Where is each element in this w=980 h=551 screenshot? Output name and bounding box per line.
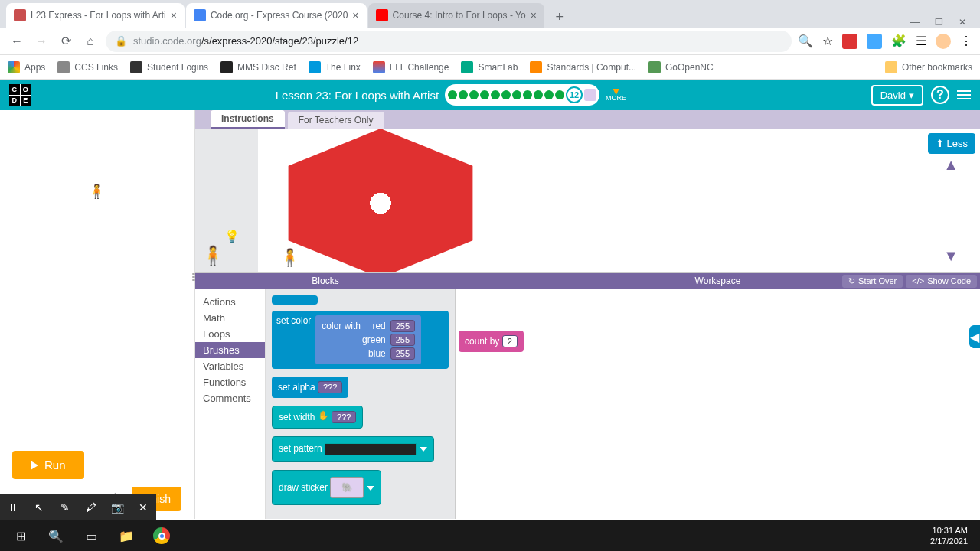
tab-title: Course 4: Intro to For Loops - Yo	[393, 10, 526, 21]
set-color-block[interactable]: set color color with red 255 green 255 b…	[272, 311, 449, 369]
window-maximize[interactable]: ❐	[935, 17, 943, 28]
codeorg-logo[interactable]: CODE	[9, 84, 31, 106]
bookmark-item[interactable]: SmartLab	[461, 61, 518, 73]
menu-icon[interactable]: ⋮	[960, 34, 972, 48]
pencil-icon[interactable]: ✎	[52, 494, 78, 520]
start-over-button[interactable]: ↻ Start Over	[842, 275, 903, 288]
category-actions[interactable]: Actions	[195, 294, 265, 310]
tab-title: Code.org - Express Course (2020	[211, 10, 348, 21]
workspace-header: Workspace ↻ Start Over </> Show Code	[456, 273, 980, 289]
browser-tab[interactable]: Course 4: Intro to For Loops - Yo ×	[368, 3, 544, 28]
camera-icon[interactable]: 📷	[104, 494, 130, 520]
artist-stage: 🧍	[0, 110, 194, 443]
zoom-icon[interactable]: 🔍	[798, 34, 813, 48]
favicon	[376, 9, 388, 21]
bookmark-item[interactable]: FLL Challenge	[373, 61, 449, 73]
other-bookmarks[interactable]: Other bookmarks	[885, 61, 972, 73]
file-explorer-icon[interactable]: 📁	[109, 520, 144, 551]
apps-button[interactable]: Apps	[8, 61, 45, 73]
extensions-icon[interactable]: 🧩	[891, 34, 906, 48]
tab-teachers[interactable]: For Teachers Only	[288, 112, 384, 129]
user-menu[interactable]: David▾	[871, 85, 923, 106]
set-pattern-block[interactable]: set pattern	[272, 436, 434, 462]
category-brushes[interactable]: Brushes	[195, 342, 265, 358]
workspace-canvas[interactable]: count by 2	[456, 289, 980, 519]
scroll-up-icon[interactable]: ▲	[943, 156, 959, 174]
tab-close-icon[interactable]: ×	[352, 9, 358, 21]
bookmark-item[interactable]: Student Logins	[130, 61, 208, 73]
lesson-title: Lesson 23: For Loops with Artist	[276, 89, 439, 102]
lock-icon: 🔒	[115, 35, 127, 47]
run-button[interactable]: Run	[12, 451, 84, 479]
clock-time: 10:31 AM	[930, 525, 968, 536]
hint-bulb-icon[interactable]: 💡	[224, 229, 240, 243]
category-comments[interactable]: Comments	[195, 390, 265, 406]
forward-button[interactable]: →	[32, 32, 51, 51]
task-view-icon[interactable]: ▭	[74, 520, 109, 551]
category-math[interactable]: Math	[195, 310, 265, 326]
url-input[interactable]: 🔒 studio.code.org/s/express-2020/stage/2…	[106, 31, 792, 52]
elephant-icon: 🐘	[330, 477, 364, 498]
extension-icon[interactable]	[842, 34, 858, 49]
video-controls: ⏸ ↖ ✎ 🖍 📷 ✕	[0, 494, 156, 520]
system-tray[interactable]: 10:31 AM 2/17/2021	[930, 525, 977, 546]
reading-list-icon[interactable]: ☰	[916, 34, 926, 48]
blocks-header: Blocks	[195, 273, 456, 289]
draw-sticker-block[interactable]: draw sticker 🐘	[272, 470, 381, 505]
progress-indicator[interactable]: 12	[445, 84, 599, 106]
bookmarks-bar: Apps CCS Links Student Logins MMS Disc R…	[0, 55, 980, 80]
close-icon[interactable]: ✕	[130, 494, 156, 520]
tab-close-icon[interactable]: ×	[171, 9, 177, 21]
url-host: studio.code.org	[133, 35, 201, 47]
favicon	[194, 9, 206, 21]
count-by-block[interactable]: count by 2	[459, 331, 524, 352]
hint-character-icon[interactable]: 🧍	[201, 245, 224, 266]
set-alpha-block[interactable]: set alpha ???	[272, 377, 348, 398]
cursor-icon[interactable]: ↖	[26, 494, 52, 520]
instructions-panel: 🧍 💡 🧍 ⬆ Less ▲ ▼	[195, 129, 980, 273]
extension-icon[interactable]	[867, 34, 882, 49]
more-button[interactable]: ▼MORE	[606, 88, 626, 102]
bookmark-item[interactable]: The Linx	[309, 61, 361, 73]
tab-title: L23 Express - For Loops with Arti	[31, 10, 166, 21]
reload-button[interactable]: ⟳	[57, 32, 75, 51]
profile-avatar[interactable]	[936, 34, 951, 49]
highlighter-icon[interactable]: 🖍	[78, 494, 104, 520]
browser-tab[interactable]: Code.org - Express Course (2020 ×	[186, 3, 367, 28]
star-icon[interactable]: ☆	[822, 34, 833, 48]
start-button[interactable]: ⊞	[3, 520, 38, 551]
less-button[interactable]: ⬆ Less	[928, 133, 975, 154]
window-minimize[interactable]: —	[910, 17, 920, 28]
bookmark-item[interactable]: MMS Disc Ref	[220, 61, 296, 73]
set-width-block[interactable]: set width ✋ ???	[272, 406, 363, 429]
help-button[interactable]: ?	[931, 86, 949, 104]
bookmark-item[interactable]: Standards | Comput...	[530, 61, 636, 73]
target-image	[273, 129, 488, 272]
address-bar: ← → ⟳ ⌂ 🔒 studio.code.org/s/express-2020…	[0, 28, 980, 55]
chrome-icon[interactable]	[144, 520, 179, 551]
search-icon[interactable]: 🔍	[38, 520, 74, 551]
flag-icon	[584, 89, 596, 101]
windows-taskbar: ⊞ 🔍 ▭ 📁 10:31 AM 2/17/2021	[0, 520, 980, 551]
category-variables[interactable]: Variables	[195, 358, 265, 374]
block-fragment[interactable]	[272, 295, 318, 305]
scroll-down-icon[interactable]: ▼	[943, 247, 959, 265]
tab-instructions[interactable]: Instructions	[211, 110, 285, 129]
show-code-button[interactable]: </> Show Code	[906, 275, 977, 288]
new-tab-button[interactable]: +	[549, 6, 570, 28]
bookmark-item[interactable]: GoOpenNC	[648, 61, 714, 73]
back-button[interactable]: ←	[8, 32, 26, 51]
home-button[interactable]: ⌂	[81, 32, 100, 51]
browser-tab[interactable]: L23 Express - For Loops with Arti ×	[6, 3, 185, 28]
bookmark-item[interactable]: CCS Links	[57, 61, 118, 73]
current-puzzle[interactable]: 12	[566, 86, 583, 103]
artist-character-icon: 🧍	[88, 183, 105, 200]
instruction-tabs: Instructions For Teachers Only	[195, 110, 980, 129]
hamburger-menu[interactable]	[957, 90, 971, 99]
tab-close-icon[interactable]: ×	[531, 9, 537, 21]
category-loops[interactable]: Loops	[195, 326, 265, 342]
window-close[interactable]: ✕	[959, 17, 966, 28]
category-functions[interactable]: Functions	[195, 374, 265, 390]
feedback-tab[interactable]: ◀	[969, 325, 980, 348]
pause-icon[interactable]: ⏸	[0, 494, 26, 520]
